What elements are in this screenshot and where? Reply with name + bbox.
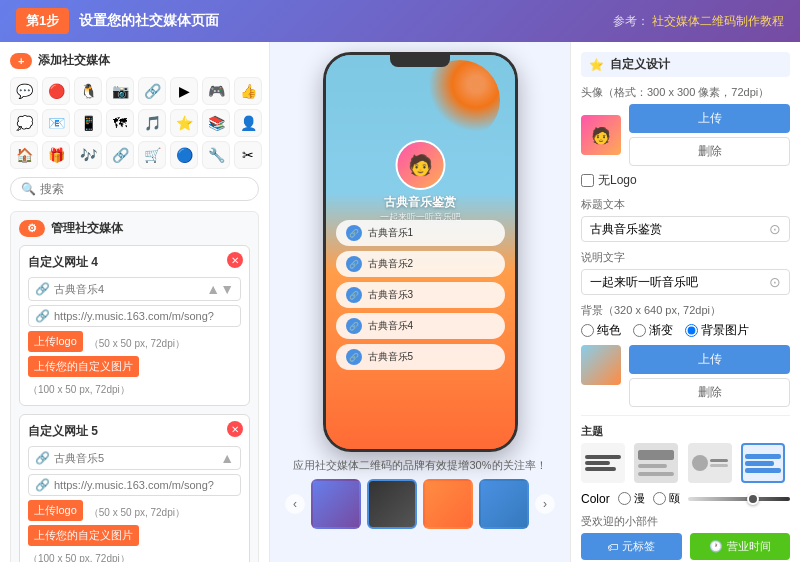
search-icon: 🔍 (21, 182, 36, 196)
more-icon[interactable]: ✂ (234, 141, 262, 169)
left-panel: + 添加社交媒体 💬 🔴 🐧 📷 🔗 ▶ 🎮 👍 💭 📧 📱 🗺 🎵 ⭐ � (0, 42, 270, 562)
phone-container: 🧑 古典音乐鉴赏 一起来听一听音乐吧 🔗 古典音乐1 🔗 古典音 (323, 52, 518, 452)
chat-icon[interactable]: 💭 (10, 109, 38, 137)
bg-solid-radio[interactable]: 纯色 (581, 322, 621, 339)
color-thumb (747, 493, 759, 505)
phone-link-4[interactable]: 🔗 古典音乐4 (336, 313, 505, 339)
middle-panel: 🧑 古典音乐鉴赏 一起来听一听音乐吧 🔗 古典音乐1 🔗 古典音 (270, 42, 570, 562)
url-icon-5: 🔗 (35, 478, 50, 492)
add-badge: + (10, 53, 32, 69)
divider-1 (581, 415, 790, 416)
upload-img-4-button[interactable]: 上传您的自定义图片 (28, 356, 139, 377)
title-text-input[interactable] (590, 222, 769, 236)
search-box[interactable]: 🔍 (10, 177, 259, 201)
tag-widget-button[interactable]: 🏷 元标签 (581, 533, 682, 560)
prev-theme-button[interactable]: ‹ (285, 494, 305, 514)
phone-profile: 🧑 古典音乐鉴赏 一起来听一听音乐吧 (380, 110, 461, 224)
desc-edit-icon[interactable]: ⊙ (769, 274, 781, 290)
title-text-label: 标题文本 (581, 197, 790, 212)
home-icon[interactable]: 🏠 (10, 141, 38, 169)
site-5-title: 自定义网址 5 (28, 423, 241, 440)
theme-item-2[interactable] (634, 443, 678, 483)
bg-gradient-radio[interactable]: 渐变 (633, 322, 673, 339)
music2-icon[interactable]: 🎶 (74, 141, 102, 169)
no-logo-row: 无Logo (581, 172, 790, 189)
close-site-4-button[interactable]: ✕ (227, 252, 243, 268)
color-row: Color 漫 颐 (581, 491, 790, 506)
upload-img-5-button[interactable]: 上传您的自定义图片 (28, 525, 139, 546)
gift-icon[interactable]: 🎁 (42, 141, 70, 169)
share-icon[interactable]: 🔗 (138, 77, 166, 105)
design-icon: ⭐ (589, 58, 604, 72)
video-icon[interactable]: ▶ (170, 77, 198, 105)
avatar-buttons: 上传 删除 (629, 104, 790, 166)
title-edit-icon[interactable]: ⊙ (769, 221, 781, 237)
body: + 添加社交媒体 💬 🔴 🐧 📷 🔗 ▶ 🎮 👍 💭 📧 📱 🗺 🎵 ⭐ � (0, 42, 800, 562)
mail-icon[interactable]: 📧 (42, 109, 70, 137)
star-icon[interactable]: ⭐ (170, 109, 198, 137)
theme-thumbnail-2[interactable] (367, 479, 417, 529)
weibo-icon[interactable]: 🔴 (42, 77, 70, 105)
theme-item-1[interactable] (581, 443, 625, 483)
qq-icon[interactable]: 🐧 (74, 77, 102, 105)
close-site-5-button[interactable]: ✕ (227, 421, 243, 437)
no-logo-checkbox[interactable] (581, 174, 594, 187)
theme-thumbnail-3[interactable] (423, 479, 473, 529)
phone-link-3[interactable]: 🔗 古典音乐3 (336, 282, 505, 308)
upload-logo-4-button[interactable]: 上传logo (28, 331, 83, 352)
theme-item-4[interactable] (741, 443, 785, 483)
phone-frame: 🧑 古典音乐鉴赏 一起来听一听音乐吧 🔗 古典音乐1 🔗 古典音 (323, 52, 518, 452)
clock-icon: 🕐 (709, 540, 723, 553)
site-4-url-input[interactable] (54, 310, 234, 322)
phone-icon[interactable]: 📱 (74, 109, 102, 137)
delete-bg-button[interactable]: 删除 (629, 378, 790, 407)
page-title: 设置您的社交媒体页面 (79, 12, 612, 30)
game-icon[interactable]: 🎮 (202, 77, 230, 105)
color-slider[interactable] (688, 497, 790, 501)
hours-widget-button[interactable]: 🕐 营业时间 (690, 533, 791, 560)
phone-link-5[interactable]: 🔗 古典音乐5 (336, 344, 505, 370)
phone-link-1[interactable]: 🔗 古典音乐1 (336, 220, 505, 246)
map-icon[interactable]: 🗺 (106, 109, 134, 137)
thumbnail-strip: ‹ › (285, 479, 555, 529)
desc-input[interactable] (590, 275, 769, 289)
site-4-name-input[interactable] (54, 283, 206, 295)
upload-logo-5-button[interactable]: 上传logo (28, 500, 83, 521)
app-container: 第1步 设置您的社交媒体页面 参考： 社交媒体二维码制作教程 + 添加社交媒体 … (0, 0, 800, 562)
next-theme-button[interactable]: › (535, 494, 555, 514)
delete-avatar-button[interactable]: 删除 (629, 137, 790, 166)
bg-image-radio[interactable]: 背景图片 (685, 322, 749, 339)
camera-icon[interactable]: 📷 (106, 77, 134, 105)
book-icon[interactable]: 📚 (202, 109, 230, 137)
site-5-name-input[interactable] (54, 452, 220, 464)
theme-thumbnail-1[interactable] (311, 479, 361, 529)
color-label: Color (581, 492, 610, 506)
music-icon[interactable]: 🎵 (138, 109, 166, 137)
person-icon[interactable]: 👤 (234, 109, 262, 137)
site-4-img-buttons: 上传您的自定义图片 （100 x 50 px, 72dpi） (28, 356, 241, 397)
link-icon-4: 🔗 (35, 282, 50, 296)
wechat-icon[interactable]: 💬 (10, 77, 38, 105)
bg-label: 背景（320 x 640 px, 72dpi） (581, 303, 790, 318)
logo-hint-4: （50 x 50 px, 72dpi） (89, 337, 185, 351)
avatar-label: 头像（格式：300 x 300 像素，72dpi） (581, 85, 790, 100)
bg-buttons: 上传 删除 (629, 345, 790, 407)
tutorial-link[interactable]: 社交媒体二维码制作教程 (652, 14, 784, 28)
tag-icon: 🏷 (607, 541, 618, 553)
color-option-2[interactable]: 颐 (653, 491, 680, 506)
taobao-icon[interactable]: 🛒 (138, 141, 166, 169)
upload-bg-button[interactable]: 上传 (629, 345, 790, 374)
tool-icon[interactable]: 🔧 (202, 141, 230, 169)
site-4-name-input-row: 🔗 ▲▼ (28, 277, 241, 301)
theme-thumbnail-4[interactable] (479, 479, 529, 529)
color-option-1[interactable]: 漫 (618, 491, 645, 506)
like-icon[interactable]: 👍 (234, 77, 262, 105)
site-5-url-input[interactable] (54, 479, 234, 491)
search-input[interactable] (40, 182, 248, 196)
link-icon[interactable]: 🔗 (106, 141, 134, 169)
theme-label: 主题 (581, 424, 790, 439)
upload-avatar-button[interactable]: 上传 (629, 104, 790, 133)
zhihu-icon[interactable]: 🔵 (170, 141, 198, 169)
phone-link-2[interactable]: 🔗 古典音乐2 (336, 251, 505, 277)
theme-item-3[interactable] (688, 443, 732, 483)
